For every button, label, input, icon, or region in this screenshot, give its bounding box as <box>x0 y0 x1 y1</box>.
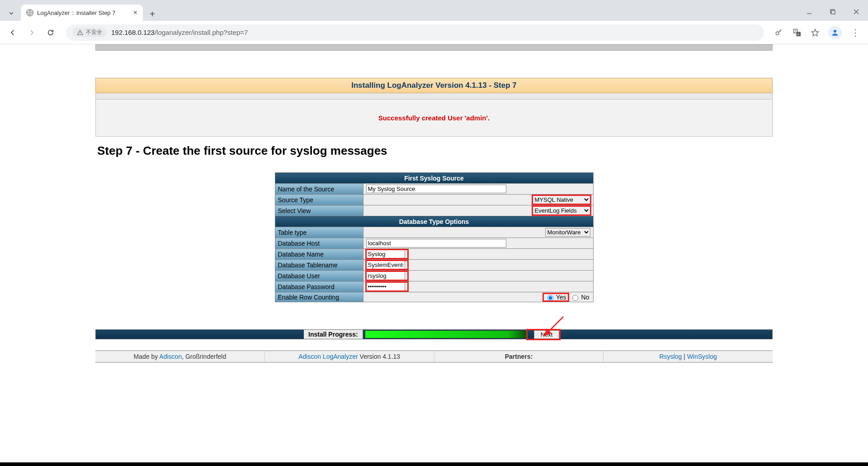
label-source-type: Source Type <box>275 195 363 205</box>
select-view-select[interactable]: EventLog Fields <box>533 206 590 215</box>
warning-icon <box>77 29 83 36</box>
svg-point-7 <box>80 33 80 34</box>
winsyslog-link[interactable]: WinSyslog <box>687 353 717 360</box>
adiscon-link[interactable]: Adiscon <box>159 353 182 360</box>
footer-links: Rsyslog | WinSyslog <box>604 351 773 362</box>
rsyslog-link[interactable]: Rsyslog <box>659 353 682 360</box>
step-title: Step 7 - Create the first source for sys… <box>95 137 773 172</box>
taskbar-sliver <box>0 462 868 466</box>
profile-button[interactable] <box>828 26 842 39</box>
table-type-select[interactable]: MonitorWare <box>545 228 590 237</box>
footer-madeby: Made by Adiscon, Großrinderfeld <box>95 351 265 362</box>
source-type-select[interactable]: MYSQL Native <box>533 195 590 204</box>
label-db-name: Database Name <box>275 249 363 260</box>
label-source-name: Name of the Source <box>275 184 363 195</box>
security-label: 不安全 <box>86 29 102 36</box>
db-name-input[interactable] <box>366 250 405 258</box>
footer: Made by Adiscon, Großrinderfeld Adiscon … <box>95 350 773 363</box>
browser-toolbar: 不安全 192.168.0.123/loganalyzer/install.ph… <box>0 21 868 44</box>
reload-button[interactable] <box>42 24 59 41</box>
row-count-yes-label: Yes <box>556 294 566 301</box>
kebab-menu-icon[interactable]: ⋮ <box>847 27 863 38</box>
svg-text:文: 文 <box>794 29 797 33</box>
label-table-type: Table type <box>275 227 363 238</box>
row-count-yes-radio[interactable] <box>547 295 553 301</box>
translate-icon[interactable]: 文A <box>789 25 805 40</box>
source-name-input[interactable] <box>366 185 506 193</box>
forward-button[interactable] <box>24 24 40 41</box>
top-divider <box>95 44 773 51</box>
progress-bar: Install Progress: Next <box>95 329 773 339</box>
progress-label: Install Progress: <box>304 330 363 339</box>
page-viewport: Installing LogAnalyzer Version 4.1.13 - … <box>0 44 868 466</box>
row-count-no-label: No <box>581 294 590 301</box>
label-db-host: Database Host <box>275 238 363 249</box>
security-chip[interactable]: 不安全 <box>72 28 107 37</box>
db-user-input[interactable] <box>366 271 405 280</box>
tab-search-dropdown[interactable] <box>4 5 19 21</box>
label-row-counting: Enable Row Counting <box>275 292 363 302</box>
password-key-icon[interactable] <box>771 25 787 40</box>
first-source-table: First Syslog Source Name of the Source S… <box>275 172 594 302</box>
url-text: 192.168.0.123/loganalyzer/install.php?st… <box>111 29 758 36</box>
progress-track <box>365 330 528 338</box>
svg-text:A: A <box>797 33 799 35</box>
footer-product: Adiscon LogAnalyzer Version 4.1.13 <box>265 351 434 362</box>
status-message: Successfully created User 'admin'. <box>95 100 773 137</box>
svg-point-8 <box>776 32 779 35</box>
maximize-button[interactable] <box>821 3 844 21</box>
tab-title: LogAnalyzer :: Installer Step 7 <box>37 10 130 16</box>
minimize-button[interactable] <box>797 3 821 21</box>
section-header-db: Database Type Options <box>275 216 593 227</box>
new-tab-button[interactable]: + <box>146 7 159 21</box>
db-table-input[interactable] <box>366 261 405 269</box>
address-bar[interactable]: 不安全 192.168.0.123/loganalyzer/install.ph… <box>66 24 764 41</box>
section-header: First Syslog Source <box>275 173 593 184</box>
bookmark-star-icon[interactable] <box>807 25 823 40</box>
label-select-view: Select View <box>275 205 363 216</box>
window-controls <box>797 3 868 21</box>
footer-partners: Partners: <box>434 351 604 362</box>
label-db-user: Database User <box>275 271 363 281</box>
next-button[interactable]: Next <box>534 330 560 339</box>
browser-tabstrip: LogAnalyzer :: Installer Step 7 × + <box>0 0 868 21</box>
back-button[interactable] <box>5 24 21 41</box>
row-count-no-radio[interactable] <box>572 295 578 301</box>
label-db-table: Database Tablename <box>275 260 363 271</box>
install-banner: Installing LogAnalyzer Version 4.1.13 - … <box>95 78 773 93</box>
label-db-pass: Database Password <box>275 281 363 292</box>
svg-rect-3 <box>831 10 835 14</box>
product-link[interactable]: Adiscon LogAnalyzer <box>298 353 358 360</box>
close-window-button[interactable] <box>844 3 868 21</box>
banner-underline <box>95 93 773 100</box>
svg-point-13 <box>834 30 836 33</box>
db-host-input[interactable] <box>366 239 506 247</box>
db-password-input[interactable] <box>366 282 405 291</box>
browser-tab[interactable]: LogAnalyzer :: Installer Step 7 × <box>21 5 143 21</box>
globe-icon <box>26 9 33 16</box>
close-icon[interactable]: × <box>133 9 137 17</box>
page-content: Installing LogAnalyzer Version 4.1.13 - … <box>95 44 773 381</box>
